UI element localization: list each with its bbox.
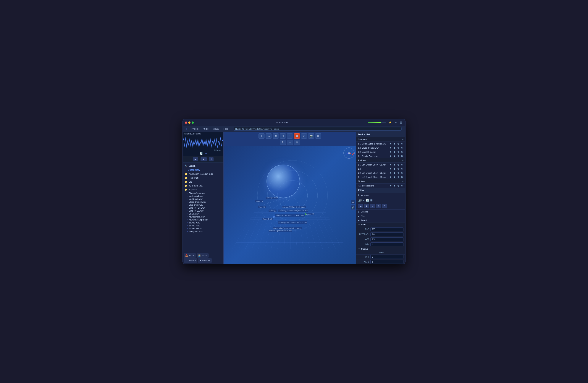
info-button[interactable]: ℹ — [209, 157, 213, 161]
menu-visual[interactable]: Visual — [212, 127, 220, 131]
sampler-s3-play[interactable]: ▶ — [390, 150, 392, 153]
add-tool-button[interactable]: + — [258, 133, 265, 139]
emitter-e1-delete[interactable]: 🗑 — [397, 163, 400, 166]
saves-button[interactable]: 💾 Saves — [197, 253, 209, 258]
minimize-button[interactable] — [188, 121, 190, 124]
undo-tool-button[interactable]: ↩ — [301, 133, 307, 139]
waveform-icon[interactable]: ≋ — [394, 121, 398, 124]
volume-slider[interactable] — [368, 122, 386, 123]
sampler-s2-play[interactable]: ▶ — [390, 146, 392, 149]
nodes-icon[interactable]: ✦ — [363, 199, 365, 202]
sampler-s2-delete[interactable]: 🗑 — [397, 146, 400, 149]
editor-stop-button[interactable]: ⏺ — [364, 204, 369, 208]
folder-audiocube-core[interactable]: 📁 Audiocube Core Sounds — [183, 172, 223, 176]
reverb-row[interactable]: ▶ Reverb — [356, 218, 405, 222]
file-back-break[interactable]: ♪ Back Break.wav — [183, 195, 223, 198]
emitter-e3-settings[interactable]: ⊞ — [401, 171, 403, 174]
file-sine-hit-c3b[interactable]: ♪ Sine Hit C3.wav — [183, 209, 223, 212]
file-square-c3[interactable]: ♪ square c3.wav — [183, 227, 223, 230]
emitter-e3-play[interactable]: ▶ — [390, 171, 392, 174]
emitter-e1-play[interactable]: ▶ — [390, 163, 392, 166]
refresh-icon[interactable]: ↻ — [401, 133, 403, 136]
emitter-e4-play[interactable]: ▶ — [390, 176, 392, 178]
file-triangle-c3[interactable]: ♪ triangle c3 .wav — [183, 230, 223, 233]
folder-field-pack[interactable]: 📁 Field Pack — [183, 176, 223, 180]
menu-audio[interactable]: Audio — [202, 127, 209, 131]
sampler-s1-play[interactable]: ▶ — [390, 142, 392, 145]
generic-row[interactable]: ▶ Generic — [356, 210, 405, 214]
file-bad-break[interactable]: ♪ Bad Break.wav — [183, 198, 223, 201]
layers-icon[interactable]: ⊞ — [370, 199, 373, 202]
window-tool-button[interactable]: ▭ — [266, 133, 272, 139]
editor-copy-button[interactable]: ⧉ — [376, 204, 381, 208]
sampler-s3-stop[interactable]: ⏹ — [393, 151, 396, 153]
nodes-tool-button[interactable]: ✦ — [287, 133, 293, 139]
viewport-3d[interactable]: Ticker [7] Ticker [5] 2.00s Ticker [6] T… — [224, 146, 356, 264]
menu-help[interactable]: Help — [223, 127, 229, 131]
editor-loop-button[interactable]: ∞ — [370, 204, 375, 208]
record-button[interactable]: ⏺ Recordin — [198, 258, 212, 263]
ticker-t1-play[interactable]: ▶ — [390, 184, 392, 187]
crosshair-tool-button[interactable]: ✛ — [287, 140, 293, 145]
editor-play-button[interactable]: ▶ — [358, 204, 363, 208]
editor-expand-button[interactable]: ⊟ — [382, 204, 387, 208]
ticker-t1-settings[interactable]: ⊞ — [401, 184, 403, 187]
sync-icon[interactable]: 🔄 — [366, 199, 369, 202]
tickers-collapse-icon[interactable]: − — [402, 180, 403, 183]
loop-icon[interactable]: 🔄 — [199, 152, 203, 155]
sampler-s3-settings[interactable]: ⊞ — [401, 150, 403, 153]
mixer-tool-button[interactable]: ⊞ — [280, 133, 286, 139]
echo-feedback-input[interactable] — [370, 232, 403, 236]
chorus-wet1-input[interactable] — [370, 260, 403, 264]
file-blue-break[interactable]: ♪ Blue Break.wav — [183, 203, 223, 206]
echo-time-input[interactable] — [370, 227, 403, 231]
menu-project[interactable]: Project — [191, 127, 199, 131]
folder-old[interactable]: 📁 Old — [183, 180, 223, 184]
emitter-e1-stop[interactable]: ⏹ — [393, 163, 396, 166]
samplers-collapse-icon[interactable]: − — [402, 138, 403, 141]
viewport-settings-button[interactable]: ⚙ — [351, 200, 355, 204]
emitter-e4-stop[interactable]: ⏹ — [393, 176, 396, 178]
emitter-e2-play[interactable]: ▶ — [390, 167, 392, 170]
infinity-icon[interactable]: ∞ — [205, 152, 207, 155]
sampler-s4-play[interactable]: ▶ — [390, 155, 392, 157]
file-sine-hit-c3[interactable]: ♪ Sine Hit - C3.wav — [183, 206, 223, 209]
ticker-t1-delete[interactable]: 🗑 — [397, 184, 400, 187]
sampler-s1-delete[interactable]: 🗑 — [397, 142, 400, 145]
emitter-e1-settings[interactable]: ⊞ — [401, 163, 403, 166]
emitters-collapse-icon[interactable]: − — [402, 159, 403, 162]
echo-header[interactable]: ▼ Echo — [356, 222, 405, 227]
file-new-sample[interactable]: ♪ new sample .wav — [183, 215, 223, 218]
sampler-s2-settings[interactable]: ⊞ — [401, 146, 403, 149]
sampler-s4-delete[interactable]: 🗑 — [397, 155, 400, 157]
file-atlantis[interactable]: ♪ Atlantis Amen.wav — [183, 192, 223, 195]
close-button[interactable] — [185, 121, 187, 124]
sampler-s1-settings[interactable]: ⊞ — [401, 142, 403, 145]
lightning-icon[interactable]: ⚡ — [388, 121, 393, 124]
sampler-s2-stop[interactable]: ⏹ — [393, 146, 396, 149]
file-new-wav-sample[interactable]: ♪ new wav sample.wav — [183, 218, 223, 221]
emitter-e2-settings[interactable]: ⊞ — [401, 167, 403, 170]
folder-acpack1[interactable]: 📁 acpack1 — [183, 188, 223, 192]
sound-icon[interactable]: 🔊 — [358, 199, 362, 202]
sampler-s1-stop[interactable]: ⏹ — [393, 142, 396, 145]
menu-icon[interactable]: ☰ — [399, 121, 403, 124]
settings-tool-button[interactable]: ⚙ — [315, 133, 321, 139]
stop-button[interactable]: ⏺ — [201, 157, 207, 161]
file-blaze-break[interactable]: ♪ Blaze Break 2.wav — [183, 201, 223, 203]
sampler-s4-settings[interactable]: ⊞ — [401, 155, 403, 157]
play-button[interactable]: ▶ — [193, 157, 198, 161]
viewport-sound-button[interactable]: 🔊 — [351, 205, 355, 210]
folder-ac-breaks[interactable]: 📁 ac breaks test — [183, 184, 223, 188]
sampler-s4-stop[interactable]: ⏹ — [393, 155, 396, 157]
search-row[interactable]: 🔍 Search — [183, 164, 223, 168]
filter-row[interactable]: ▶ Filter — [356, 214, 405, 218]
chorus-header[interactable]: ▼ Chorus — [356, 247, 405, 251]
eye-tool-button[interactable]: 👁 — [294, 140, 300, 145]
record-tool-button[interactable]: ⏺ — [294, 133, 300, 139]
waveform-tool-button[interactable]: ≋ — [273, 133, 279, 139]
echo-dry-input[interactable] — [370, 242, 403, 246]
maximize-button[interactable] — [192, 121, 194, 124]
download-button[interactable]: ⬇ Downloa — [184, 258, 197, 263]
swap-tool-button[interactable]: ⇅ — [280, 140, 286, 145]
